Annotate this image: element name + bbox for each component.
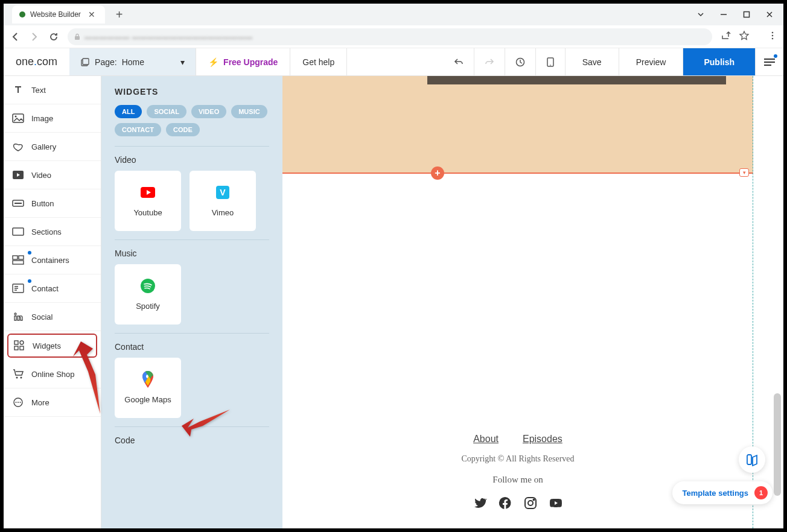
hero-image-strip (427, 76, 726, 84)
insert-divider[interactable] (282, 173, 753, 174)
svg-rect-14 (14, 203, 22, 204)
device-preview-button[interactable] (536, 48, 566, 75)
sidebar-item-widgets[interactable]: Widgets (7, 334, 97, 358)
publish-button[interactable]: Publish (683, 48, 756, 75)
nav-reload-button[interactable] (48, 31, 59, 42)
brand-logo[interactable]: one.com (4, 48, 69, 75)
sidebar-item-social[interactable]: Social (4, 303, 101, 331)
new-badge-dot (28, 279, 31, 283)
tab-close-icon[interactable]: ✕ (86, 10, 98, 19)
widget-youtube[interactable]: Youtube (115, 171, 181, 231)
browser-menu-icon[interactable] (768, 31, 777, 43)
nav-back-button[interactable] (10, 31, 21, 42)
filter-social[interactable]: SOCIAL (147, 105, 186, 118)
redo-button (474, 48, 505, 75)
sidebar-item-containers[interactable]: Containers (4, 246, 101, 274)
nav-forward-button (29, 31, 40, 42)
social-icon (12, 311, 24, 323)
video-icon (12, 169, 24, 181)
url-field[interactable]: ▬▬▬▬▬▬ ▬▬▬▬▬▬▬▬▬▬▬▬▬▬▬▬ (68, 28, 712, 45)
widget-spotify[interactable]: Spotify (115, 264, 181, 325)
tab-title: Website Builder (30, 10, 81, 19)
undo-button[interactable] (444, 48, 474, 75)
youtube-icon (141, 185, 155, 200)
svg-point-25 (21, 377, 22, 379)
cart-icon (12, 368, 24, 380)
footer-link-about[interactable]: About (462, 434, 509, 444)
app-menu-button[interactable] (756, 48, 783, 75)
editor-canvas[interactable]: + ▾ About Episodes Copyright © All Right… (282, 76, 783, 528)
insert-plus-button[interactable]: + (431, 166, 444, 180)
widget-vimeo[interactable]: VVimeo (190, 171, 256, 231)
svg-point-4 (772, 37, 774, 39)
template-settings-button[interactable]: Template settings 1 (672, 481, 773, 504)
sections-icon (12, 226, 24, 238)
save-button[interactable]: Save (566, 48, 619, 75)
new-tab-button[interactable]: + (116, 8, 123, 22)
browser-tab[interactable]: Website Builder ✕ (12, 5, 105, 24)
window-close-button[interactable] (765, 10, 774, 19)
help-button[interactable]: Get help (290, 48, 347, 75)
svg-point-21 (20, 341, 24, 344)
svg-point-27 (16, 402, 17, 403)
sidebar-item-gallery[interactable]: Gallery (4, 133, 101, 161)
youtube-footer-icon[interactable] (549, 496, 563, 510)
sidebar-item-contact[interactable]: Contact (4, 274, 101, 303)
lock-icon (74, 33, 81, 40)
sidebar-item-more[interactable]: More (4, 388, 101, 417)
history-button[interactable] (505, 48, 536, 75)
filter-all[interactable]: ALL (115, 105, 142, 118)
contact-icon (12, 282, 24, 294)
svg-rect-15 (13, 228, 24, 235)
svg-point-29 (20, 402, 21, 403)
canvas-scrollbar[interactable] (774, 393, 781, 496)
style-fab-button[interactable] (739, 446, 765, 473)
insert-dropdown-handle[interactable]: ▾ (739, 168, 749, 177)
notification-dot (774, 54, 777, 58)
svg-rect-17 (19, 256, 24, 259)
button-icon (12, 197, 24, 209)
upgrade-button[interactable]: ⚡ Free Upgrade (196, 48, 290, 75)
svg-point-24 (16, 377, 18, 379)
left-sidebar: Text Image Gallery Video Button Sections… (4, 76, 101, 528)
svg-rect-18 (13, 261, 24, 264)
instagram-icon[interactable] (523, 496, 538, 510)
page-selector[interactable]: Page: Home ▾ (69, 48, 196, 75)
section-video-label: Video (115, 155, 269, 165)
footer-link-episodes[interactable]: Episodes (512, 434, 573, 444)
filter-contact[interactable]: CONTACT (115, 123, 161, 136)
filter-code[interactable]: CODE (166, 123, 200, 136)
svg-rect-6 (83, 59, 89, 65)
sidebar-item-text[interactable]: Text (4, 76, 101, 104)
sidebar-item-image[interactable]: Image (4, 104, 101, 133)
window-minimize-button[interactable] (719, 10, 728, 19)
svg-rect-16 (13, 256, 18, 259)
sidebar-item-button[interactable]: Button (4, 189, 101, 218)
section-music-label: Music (115, 249, 269, 258)
preview-button[interactable]: Preview (619, 48, 684, 75)
sidebar-item-shop[interactable]: Online Shop (4, 360, 101, 388)
template-settings-badge: 1 (754, 486, 768, 499)
image-icon (12, 112, 24, 124)
filter-video[interactable]: VIDEO (191, 105, 226, 118)
sidebar-item-video[interactable]: Video (4, 161, 101, 189)
svg-point-33 (534, 499, 535, 501)
google-maps-icon (141, 372, 155, 387)
svg-point-9 (550, 65, 551, 66)
new-badge-dot (28, 251, 31, 255)
twitter-icon[interactable] (473, 496, 487, 510)
window-maximize-button[interactable] (742, 10, 751, 19)
filter-music[interactable]: MUSIC (231, 105, 267, 118)
widget-google-maps[interactable]: Google Maps (115, 358, 181, 418)
gallery-icon (12, 141, 24, 153)
facebook-icon[interactable] (498, 496, 512, 510)
hero-section[interactable] (282, 76, 753, 173)
svg-point-11 (15, 116, 17, 118)
chevron-down-icon[interactable] (696, 10, 705, 19)
svg-rect-20 (14, 341, 18, 344)
share-icon[interactable] (721, 30, 731, 43)
copyright-text: Copyright © All Rights Reserved (282, 454, 753, 464)
page-selector-value: Home (122, 57, 144, 67)
bookmark-icon[interactable] (739, 30, 750, 43)
sidebar-item-sections[interactable]: Sections (4, 218, 101, 246)
